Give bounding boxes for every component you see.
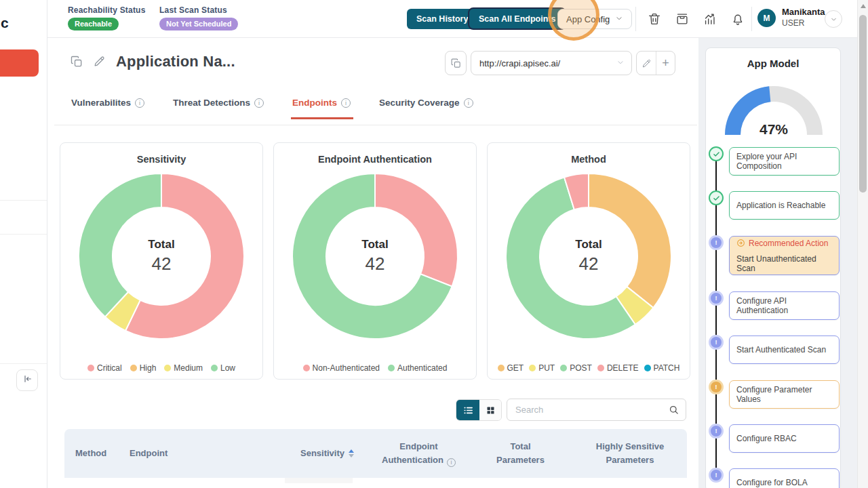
view-toggle bbox=[456, 399, 502, 421]
step-label: Configure RBAC bbox=[736, 434, 832, 443]
column-header-text: Method bbox=[75, 447, 106, 460]
column-header-text: Endpoint bbox=[130, 447, 167, 460]
header-line: Endpoint bbox=[130, 448, 167, 458]
endpoint-authentication-chart-card: Endpoint Authentication Total42 Non-Auth… bbox=[273, 142, 477, 380]
vertical-scrollbar bbox=[857, 0, 868, 488]
column-header-sensitivity[interactable]: Sensitivity bbox=[285, 447, 370, 460]
step-label: Start Authenticated Scan bbox=[736, 345, 832, 354]
legend-label: Medium bbox=[174, 363, 203, 373]
recommended-action-badge: Recommended Action bbox=[749, 239, 828, 248]
tab-endpoints[interactable]: Endpointsi bbox=[292, 98, 351, 119]
chevron-down-icon bbox=[616, 58, 625, 68]
sort-asc-icon bbox=[349, 449, 354, 453]
user-menu-caret[interactable] bbox=[825, 10, 842, 28]
url-add-icon[interactable]: + bbox=[656, 52, 675, 75]
legend-label: DELETE bbox=[607, 363, 639, 373]
url-edit-icon[interactable] bbox=[637, 52, 656, 75]
table-row bbox=[64, 478, 687, 483]
search-input[interactable] bbox=[507, 399, 686, 421]
legend-label: Critical bbox=[97, 363, 122, 373]
tab-label: Threat Detections bbox=[173, 98, 250, 108]
legend-label: Non-Authenticated bbox=[313, 363, 380, 373]
sort-desc-icon bbox=[349, 454, 354, 458]
status-circle-icon: ! bbox=[709, 380, 724, 394]
app-model-step-application-is-reachable[interactable]: Application is Reachable bbox=[729, 191, 840, 220]
legend-label: GET bbox=[507, 363, 524, 373]
reachability-badge: Reachable bbox=[68, 18, 119, 30]
scrollbar-up-arrow[interactable] bbox=[861, 4, 866, 8]
legend-item-authenticated: Authenticated bbox=[388, 363, 447, 373]
step-label: Configure API Authentication bbox=[736, 296, 832, 315]
tab-threat-detections[interactable]: Threat Detectionsi bbox=[173, 98, 264, 119]
app-model-step-start-authenticated-scan[interactable]: Start Authenticated Scan bbox=[729, 336, 840, 364]
info-icon[interactable]: i bbox=[341, 98, 351, 108]
tab-security-coverage[interactable]: Security Coveragei bbox=[379, 98, 473, 119]
donut-svg-method bbox=[504, 171, 673, 341]
status-circle-icon: ! bbox=[709, 335, 724, 350]
url-copy-icon[interactable] bbox=[445, 51, 467, 75]
check-circle-icon bbox=[709, 190, 724, 205]
legend-dot bbox=[498, 365, 505, 371]
analytics-icon[interactable] bbox=[703, 12, 717, 26]
recommended-action-row: Recommended Action bbox=[736, 239, 832, 248]
edit-title-icon[interactable] bbox=[93, 55, 106, 68]
legend-label: POST bbox=[570, 363, 592, 373]
tab-vulnerabilites[interactable]: Vulnerabilitesi bbox=[71, 98, 144, 119]
search-icon bbox=[668, 404, 679, 418]
app-model-gauge: 47% bbox=[716, 78, 831, 138]
sort-icon[interactable] bbox=[349, 449, 354, 458]
column-header-text: EndpointAuthenticationi bbox=[382, 440, 456, 467]
application-title: Application Na... bbox=[116, 53, 235, 70]
list-view-button[interactable] bbox=[456, 400, 479, 420]
copy-icon[interactable] bbox=[70, 55, 83, 68]
url-select[interactable]: http://crapi.apisec.ai/ bbox=[471, 51, 632, 75]
app-model-step-configure-for-bola[interactable]: Configure for BOLA bbox=[729, 468, 840, 488]
legend-dot bbox=[644, 365, 651, 371]
url-actions: + bbox=[636, 51, 675, 75]
method-chart-card: Method Total42 GETPUTPOSTDELETEPATCH bbox=[487, 142, 690, 380]
app-model-step-start-unauthenticated-scan[interactable]: Recommended ActionStart Unauthenticated … bbox=[729, 236, 840, 275]
column-header-endpoint-authentication: EndpointAuthenticationi bbox=[370, 440, 468, 467]
application-title-row: Application Na... bbox=[70, 53, 235, 70]
legend-dot bbox=[303, 365, 310, 371]
info-icon[interactable]: i bbox=[447, 458, 456, 467]
legend-label: PUT bbox=[538, 363, 555, 373]
column-header-endpoint: Endpoint bbox=[119, 447, 285, 460]
chart-legend: GETPUTPOSTDELETEPATCH bbox=[488, 363, 690, 373]
archive-icon[interactable] bbox=[675, 12, 690, 26]
user-avatar[interactable]: M bbox=[757, 9, 776, 27]
column-header-text: TotalParameters bbox=[496, 440, 545, 467]
legend-item-delete: DELETE bbox=[597, 363, 639, 373]
legend-label: Authenticated bbox=[397, 363, 447, 373]
app-model-step-configure-api-authentication[interactable]: Configure API Authentication bbox=[729, 291, 840, 320]
user-name: Manikanta bbox=[782, 7, 825, 17]
header-line: Method bbox=[75, 448, 106, 458]
scrollbar-thumb[interactable] bbox=[859, 15, 867, 192]
legend-dot bbox=[164, 365, 171, 371]
info-icon[interactable]: i bbox=[464, 98, 473, 108]
donut-chart: Total42 bbox=[290, 171, 460, 341]
sensitivity-chart-card: Sensitivity Total42 CriticalHighMediumLo… bbox=[60, 142, 263, 380]
chevron-down-icon bbox=[615, 14, 623, 24]
grid-view-button[interactable] bbox=[479, 400, 501, 420]
trash-icon[interactable] bbox=[647, 12, 662, 26]
scan-all-endpoints-button[interactable]: Scan All Endpoints bbox=[468, 7, 566, 30]
app-model-step-configure-rbac[interactable]: Configure RBAC bbox=[729, 424, 840, 453]
header-line: Endpoint bbox=[399, 441, 437, 451]
info-icon[interactable]: i bbox=[135, 98, 144, 108]
scan-history-button[interactable]: Scan History bbox=[407, 9, 477, 29]
bell-icon[interactable] bbox=[730, 12, 745, 26]
app-config-button[interactable]: App Config bbox=[557, 9, 632, 29]
app-model-step-configure-parameter-values[interactable]: Configure Parameter Values bbox=[729, 380, 840, 409]
step-label: Configure Parameter Values bbox=[736, 385, 832, 404]
sidebar-collapse-button[interactable] bbox=[16, 369, 38, 391]
tab-label: Endpoints bbox=[292, 98, 337, 108]
sidebar-red-button[interactable] bbox=[0, 49, 39, 77]
column-header-method: Method bbox=[64, 447, 119, 460]
info-icon[interactable]: i bbox=[254, 98, 264, 108]
app-model-step-explore-your-api-composition[interactable]: Explore your API Composition bbox=[729, 147, 840, 176]
column-header-text: Sensitivity bbox=[300, 447, 344, 460]
chart-title: Method bbox=[488, 154, 690, 165]
header-line: Highly Sensitive bbox=[596, 441, 664, 451]
donut-segment-non-authenticated bbox=[375, 174, 458, 287]
